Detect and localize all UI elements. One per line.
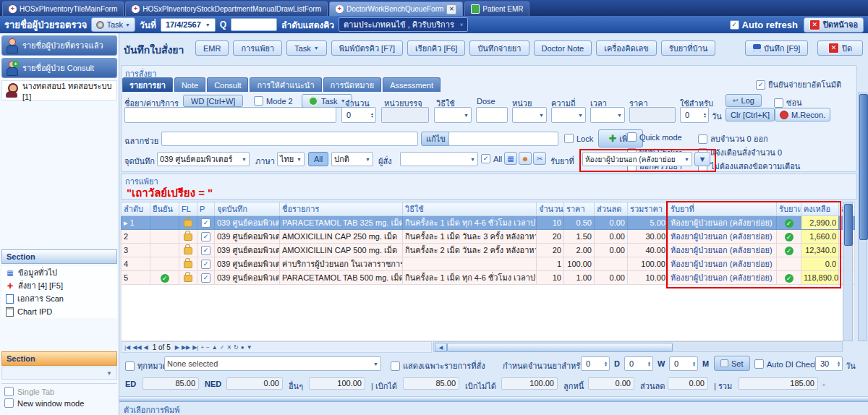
window-tab[interactable]: Patient EMR	[464, 1, 529, 16]
checkbox-checked-icon[interactable]: ✓	[201, 260, 210, 269]
quick-mode-checkbox[interactable]: Quick mode	[627, 132, 682, 142]
log-button[interactable]: ↩Log	[726, 94, 762, 107]
column-header[interactable]: ชื่อรายการ	[280, 202, 403, 216]
order-tab[interactable]: การให้คำแนะนำ	[250, 77, 321, 92]
toolbar-button-2[interactable]: Task▼	[286, 40, 327, 56]
order-tab[interactable]: Consult	[207, 77, 248, 92]
nav-action-icon[interactable]: ●	[241, 344, 244, 351]
sidebar-item-consult-patients[interactable]: + รายชื่อผู้ป่วย Consult	[1, 58, 117, 78]
category-select[interactable]: None selected▼	[164, 356, 381, 371]
nav-action-icon[interactable]: ✓	[220, 344, 225, 351]
window-tab[interactable]: +HOSxPInventoryTileMainForm	[2, 1, 124, 16]
sidebar-section-item[interactable]: Chart IPD	[1, 305, 117, 318]
sidebar-section-item[interactable]: ✚สั่งยา [4] [F5]	[1, 279, 117, 292]
order-tab[interactable]: รายการยา	[122, 77, 173, 92]
nav-action-icon[interactable]: ↻	[234, 344, 239, 351]
days-w-spinner[interactable]: 0▲▼	[624, 356, 653, 371]
language-select[interactable]: ไทย▼	[277, 152, 305, 166]
show-ordered-only-checkbox[interactable]: แสดงเฉพาะรายการที่สั่ง	[391, 359, 485, 372]
days-m-spinner[interactable]: 0▲▼	[669, 356, 698, 371]
nav-action-icon[interactable]: ▶▶	[182, 344, 190, 351]
column-header[interactable]: จำนวน	[537, 202, 564, 216]
checkbox-checked-icon[interactable]: ✓	[201, 218, 210, 228]
cut-tool-button[interactable]: ✂	[533, 152, 546, 165]
table-vertical-scrollbar[interactable]	[843, 202, 853, 341]
titlebar-task-button[interactable]: Task▼	[91, 17, 135, 32]
panel-vertical-scrollbar[interactable]	[858, 93, 867, 341]
nav-prev-icon[interactable]: ◀	[144, 344, 148, 351]
nav-action-icon[interactable]: ▲	[212, 344, 218, 351]
column-header[interactable]: ส่วนลด	[595, 202, 628, 216]
auto-di-check-checkbox[interactable]: Auto DI Check	[754, 359, 818, 369]
nav-action-icon[interactable]: +	[200, 344, 204, 351]
edit-button[interactable]: แก้ไข	[421, 132, 451, 146]
days-d-spinner[interactable]: 0▲▼	[581, 356, 610, 371]
mode2-checkbox[interactable]: Mode 2	[254, 96, 293, 106]
new-window-mode-checkbox[interactable]: New window mode	[4, 398, 84, 408]
scroll-left-icon[interactable]: ◀	[435, 343, 447, 352]
close-screen-button[interactable]: ✕ ปิดหน้าจอ	[804, 17, 864, 33]
wd-button[interactable]: WD [Ctrl+W]	[183, 95, 243, 107]
usefor-spinner[interactable]: 0▲▼	[680, 107, 709, 123]
freq-select[interactable]: ▼	[551, 107, 586, 123]
auto-refresh-checkbox[interactable]: Auto refresh	[730, 20, 798, 30]
sidebar-section-1-header[interactable]: Section	[1, 249, 117, 264]
toolbar-button-3[interactable]: พิมพ์บัตรคิว [F7]	[331, 40, 403, 56]
save-button[interactable]: บันทึก [F9]	[745, 40, 808, 56]
save-point-select[interactable]: 039 ศูนย์คอมพิวเตอร์▼	[157, 152, 250, 166]
nav-action-icon[interactable]: −	[206, 344, 210, 351]
column-header[interactable]: ลำดับ	[122, 202, 150, 216]
label-helper-input[interactable]	[161, 132, 418, 146]
column-header[interactable]: รวมราคา	[628, 202, 668, 216]
single-tab-checkbox[interactable]: Single Tab	[4, 387, 54, 396]
table-horizontal-scrollbar[interactable]: ◀	[433, 341, 843, 352]
tab-close-icon[interactable]: ✕	[446, 4, 456, 14]
lock-checkbox[interactable]: Lock	[564, 134, 593, 143]
sidebar-collapse-strip[interactable]: ▼	[1, 367, 117, 380]
toolbar-button-6[interactable]: Doctor Note	[534, 40, 592, 56]
table-tool-button[interactable]: ▦	[504, 152, 517, 165]
sidebar-section-2-header[interactable]: Section	[1, 351, 117, 366]
dispense-at-select[interactable]: ห้องยาผู้ป่วยนอก (คลังยาย่อย▼	[582, 152, 692, 166]
nav-action-icon[interactable]: ✕	[226, 344, 231, 351]
normal-select[interactable]: ปกติ▼	[331, 152, 373, 166]
nav-action-icon[interactable]: ▶	[175, 344, 179, 351]
toolbar-button-1[interactable]: การแพ้ยา	[233, 40, 282, 56]
queue-order-select[interactable]: ตามประเภทคนไข้ , คิวรับบริการ˅	[339, 17, 468, 32]
splitter-handle[interactable]	[119, 396, 868, 402]
all-filter-button[interactable]: All	[308, 152, 328, 166]
toolbar-button-emr[interactable]: EMR	[195, 40, 229, 56]
column-header[interactable]: จุดบันทึก	[215, 202, 280, 216]
usage-select[interactable]: ▼	[434, 107, 472, 123]
all-category-checkbox[interactable]: ทุกหมวด	[125, 359, 168, 372]
drug-name-input[interactable]	[124, 107, 336, 123]
time-select[interactable]: ▼	[590, 107, 625, 123]
window-tab[interactable]: +HOSxPInventoryStockDepartmentManualDraw…	[125, 1, 328, 16]
dose-input[interactable]	[476, 107, 508, 123]
nav-action-icon[interactable]: ▶|	[192, 344, 198, 351]
column-header[interactable]: FL	[179, 202, 197, 216]
window-tab[interactable]: +DoctorWorkBenchQueueForm✕	[329, 1, 463, 16]
column-header[interactable]: ยืนยัน	[150, 202, 179, 216]
set-button[interactable]: Set	[714, 356, 750, 371]
nav-prev-icon[interactable]: ◀◀	[132, 344, 141, 351]
unit-select[interactable]: ▼	[512, 107, 547, 123]
sidebar-item-current-patient[interactable]: นางทดสอบ1 ทดสอบระบบ [1]	[1, 80, 117, 100]
clr-button[interactable]: Clr [Ctrl+K]	[726, 108, 775, 121]
orderer-all-checkbox[interactable]: All	[481, 154, 502, 163]
column-header[interactable]: ราคา	[564, 202, 595, 216]
checkbox-checked-icon[interactable]: ✓	[201, 246, 210, 255]
date-picker[interactable]: 17/4/2567▼	[161, 18, 216, 32]
auto-dispense-confirm-checkbox[interactable]: ยืนยันจ่ายยาอัตโนมัติ	[756, 78, 841, 91]
column-header[interactable]: P	[197, 202, 215, 216]
nav-prev-icon[interactable]: |◀	[124, 344, 130, 351]
dispense-at-refresh-button[interactable]: ▼	[694, 152, 710, 166]
order-tab[interactable]: Assessment	[383, 77, 441, 92]
di-days-spinner[interactable]: 30▲▼	[815, 356, 843, 371]
column-header[interactable]: วิธีใช้	[403, 202, 537, 216]
nav-action-icon[interactable]: ▼	[247, 344, 252, 351]
orderer-select[interactable]: ▼	[400, 152, 478, 166]
mrecon-button[interactable]: M.Recon.	[775, 108, 830, 121]
sidebar-section-item[interactable]: ▦ข้อมูลทั่วไป	[1, 266, 117, 279]
user-tool-button[interactable]: ☻	[519, 152, 532, 165]
